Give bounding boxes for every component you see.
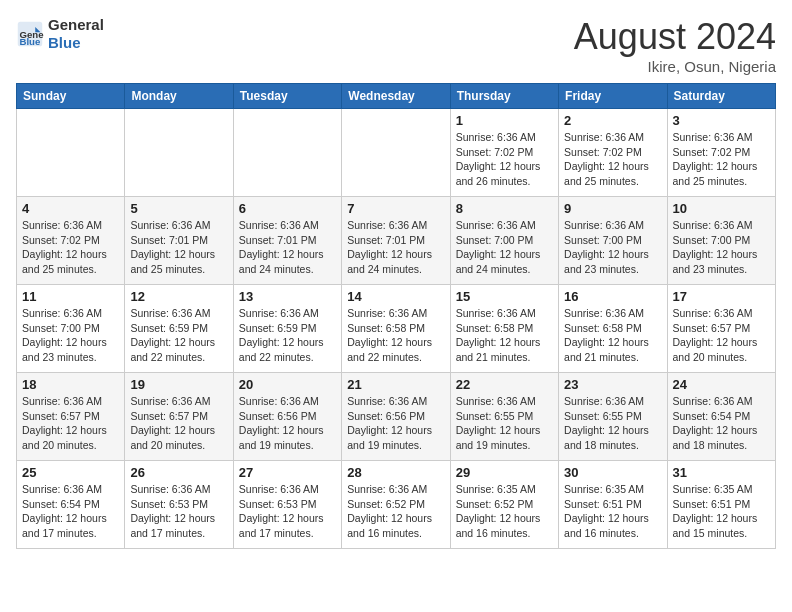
calendar-week-2: 4Sunrise: 6:36 AM Sunset: 7:02 PM Daylig… (17, 197, 776, 285)
logo: General Blue General Blue (16, 16, 104, 52)
calendar-cell: 8Sunrise: 6:36 AM Sunset: 7:00 PM Daylig… (450, 197, 558, 285)
day-number: 20 (239, 377, 336, 392)
svg-text:Blue: Blue (20, 36, 41, 47)
calendar-week-4: 18Sunrise: 6:36 AM Sunset: 6:57 PM Dayli… (17, 373, 776, 461)
day-info: Sunrise: 6:36 AM Sunset: 7:00 PM Dayligh… (22, 306, 119, 365)
calendar-cell: 13Sunrise: 6:36 AM Sunset: 6:59 PM Dayli… (233, 285, 341, 373)
calendar-cell: 17Sunrise: 6:36 AM Sunset: 6:57 PM Dayli… (667, 285, 775, 373)
calendar-cell (17, 109, 125, 197)
col-header-monday: Monday (125, 84, 233, 109)
day-info: Sunrise: 6:36 AM Sunset: 6:54 PM Dayligh… (22, 482, 119, 541)
calendar-cell: 21Sunrise: 6:36 AM Sunset: 6:56 PM Dayli… (342, 373, 450, 461)
day-number: 8 (456, 201, 553, 216)
day-number: 5 (130, 201, 227, 216)
title-block: August 2024 Ikire, Osun, Nigeria (574, 16, 776, 75)
col-header-wednesday: Wednesday (342, 84, 450, 109)
day-number: 7 (347, 201, 444, 216)
day-info: Sunrise: 6:35 AM Sunset: 6:51 PM Dayligh… (564, 482, 661, 541)
day-info: Sunrise: 6:36 AM Sunset: 6:58 PM Dayligh… (347, 306, 444, 365)
calendar-cell: 28Sunrise: 6:36 AM Sunset: 6:52 PM Dayli… (342, 461, 450, 549)
calendar-cell: 1Sunrise: 6:36 AM Sunset: 7:02 PM Daylig… (450, 109, 558, 197)
day-number: 22 (456, 377, 553, 392)
location-subtitle: Ikire, Osun, Nigeria (574, 58, 776, 75)
day-info: Sunrise: 6:36 AM Sunset: 6:58 PM Dayligh… (456, 306, 553, 365)
col-header-friday: Friday (559, 84, 667, 109)
calendar-cell: 23Sunrise: 6:36 AM Sunset: 6:55 PM Dayli… (559, 373, 667, 461)
day-info: Sunrise: 6:36 AM Sunset: 6:53 PM Dayligh… (130, 482, 227, 541)
logo-icon: General Blue (16, 20, 44, 48)
calendar-cell: 9Sunrise: 6:36 AM Sunset: 7:00 PM Daylig… (559, 197, 667, 285)
calendar-week-5: 25Sunrise: 6:36 AM Sunset: 6:54 PM Dayli… (17, 461, 776, 549)
day-number: 14 (347, 289, 444, 304)
calendar-cell: 12Sunrise: 6:36 AM Sunset: 6:59 PM Dayli… (125, 285, 233, 373)
day-number: 15 (456, 289, 553, 304)
day-number: 2 (564, 113, 661, 128)
col-header-tuesday: Tuesday (233, 84, 341, 109)
calendar-cell: 25Sunrise: 6:36 AM Sunset: 6:54 PM Dayli… (17, 461, 125, 549)
day-info: Sunrise: 6:36 AM Sunset: 7:02 PM Dayligh… (673, 130, 770, 189)
day-info: Sunrise: 6:36 AM Sunset: 7:00 PM Dayligh… (673, 218, 770, 277)
calendar-cell: 19Sunrise: 6:36 AM Sunset: 6:57 PM Dayli… (125, 373, 233, 461)
col-header-sunday: Sunday (17, 84, 125, 109)
day-number: 9 (564, 201, 661, 216)
day-info: Sunrise: 6:36 AM Sunset: 6:57 PM Dayligh… (22, 394, 119, 453)
calendar-cell: 26Sunrise: 6:36 AM Sunset: 6:53 PM Dayli… (125, 461, 233, 549)
calendar-week-3: 11Sunrise: 6:36 AM Sunset: 7:00 PM Dayli… (17, 285, 776, 373)
month-title: August 2024 (574, 16, 776, 58)
day-info: Sunrise: 6:36 AM Sunset: 6:55 PM Dayligh… (564, 394, 661, 453)
calendar-cell: 14Sunrise: 6:36 AM Sunset: 6:58 PM Dayli… (342, 285, 450, 373)
calendar-cell: 7Sunrise: 6:36 AM Sunset: 7:01 PM Daylig… (342, 197, 450, 285)
day-number: 23 (564, 377, 661, 392)
col-header-saturday: Saturday (667, 84, 775, 109)
page-header: General Blue General Blue August 2024 Ik… (16, 16, 776, 75)
day-info: Sunrise: 6:36 AM Sunset: 6:56 PM Dayligh… (347, 394, 444, 453)
day-number: 1 (456, 113, 553, 128)
calendar-cell: 27Sunrise: 6:36 AM Sunset: 6:53 PM Dayli… (233, 461, 341, 549)
day-number: 24 (673, 377, 770, 392)
day-number: 11 (22, 289, 119, 304)
day-number: 4 (22, 201, 119, 216)
calendar-cell: 24Sunrise: 6:36 AM Sunset: 6:54 PM Dayli… (667, 373, 775, 461)
day-info: Sunrise: 6:36 AM Sunset: 7:01 PM Dayligh… (239, 218, 336, 277)
calendar-cell: 6Sunrise: 6:36 AM Sunset: 7:01 PM Daylig… (233, 197, 341, 285)
day-info: Sunrise: 6:36 AM Sunset: 6:57 PM Dayligh… (673, 306, 770, 365)
day-info: Sunrise: 6:36 AM Sunset: 6:54 PM Dayligh… (673, 394, 770, 453)
calendar-table: SundayMondayTuesdayWednesdayThursdayFrid… (16, 83, 776, 549)
calendar-cell: 18Sunrise: 6:36 AM Sunset: 6:57 PM Dayli… (17, 373, 125, 461)
day-info: Sunrise: 6:36 AM Sunset: 6:57 PM Dayligh… (130, 394, 227, 453)
day-info: Sunrise: 6:36 AM Sunset: 6:52 PM Dayligh… (347, 482, 444, 541)
day-info: Sunrise: 6:36 AM Sunset: 6:56 PM Dayligh… (239, 394, 336, 453)
col-header-thursday: Thursday (450, 84, 558, 109)
day-number: 12 (130, 289, 227, 304)
day-info: Sunrise: 6:35 AM Sunset: 6:51 PM Dayligh… (673, 482, 770, 541)
day-number: 21 (347, 377, 444, 392)
day-info: Sunrise: 6:36 AM Sunset: 7:02 PM Dayligh… (456, 130, 553, 189)
day-number: 18 (22, 377, 119, 392)
calendar-cell: 22Sunrise: 6:36 AM Sunset: 6:55 PM Dayli… (450, 373, 558, 461)
day-info: Sunrise: 6:36 AM Sunset: 6:58 PM Dayligh… (564, 306, 661, 365)
calendar-cell: 3Sunrise: 6:36 AM Sunset: 7:02 PM Daylig… (667, 109, 775, 197)
day-info: Sunrise: 6:36 AM Sunset: 7:01 PM Dayligh… (130, 218, 227, 277)
day-number: 28 (347, 465, 444, 480)
day-number: 31 (673, 465, 770, 480)
day-number: 27 (239, 465, 336, 480)
day-info: Sunrise: 6:36 AM Sunset: 6:59 PM Dayligh… (239, 306, 336, 365)
calendar-cell: 4Sunrise: 6:36 AM Sunset: 7:02 PM Daylig… (17, 197, 125, 285)
calendar-cell: 15Sunrise: 6:36 AM Sunset: 6:58 PM Dayli… (450, 285, 558, 373)
day-info: Sunrise: 6:35 AM Sunset: 6:52 PM Dayligh… (456, 482, 553, 541)
calendar-cell: 29Sunrise: 6:35 AM Sunset: 6:52 PM Dayli… (450, 461, 558, 549)
day-number: 17 (673, 289, 770, 304)
day-number: 29 (456, 465, 553, 480)
calendar-cell (342, 109, 450, 197)
day-info: Sunrise: 6:36 AM Sunset: 7:00 PM Dayligh… (564, 218, 661, 277)
calendar-cell: 31Sunrise: 6:35 AM Sunset: 6:51 PM Dayli… (667, 461, 775, 549)
day-info: Sunrise: 6:36 AM Sunset: 7:02 PM Dayligh… (22, 218, 119, 277)
day-number: 3 (673, 113, 770, 128)
day-number: 10 (673, 201, 770, 216)
logo-line1: General (48, 16, 104, 34)
day-info: Sunrise: 6:36 AM Sunset: 6:53 PM Dayligh… (239, 482, 336, 541)
calendar-week-1: 1Sunrise: 6:36 AM Sunset: 7:02 PM Daylig… (17, 109, 776, 197)
calendar-cell: 11Sunrise: 6:36 AM Sunset: 7:00 PM Dayli… (17, 285, 125, 373)
calendar-cell: 2Sunrise: 6:36 AM Sunset: 7:02 PM Daylig… (559, 109, 667, 197)
calendar-cell: 10Sunrise: 6:36 AM Sunset: 7:00 PM Dayli… (667, 197, 775, 285)
